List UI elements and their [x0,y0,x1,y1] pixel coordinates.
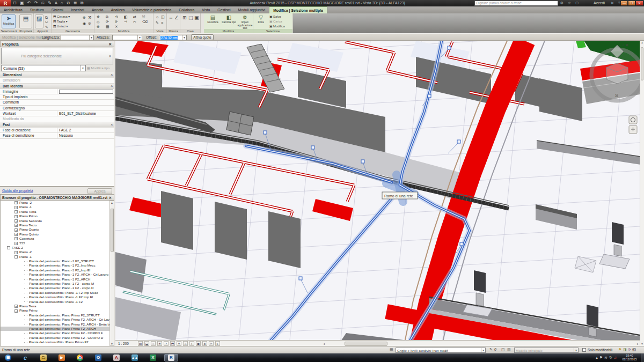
copy-icon[interactable]: ⧉ [106,14,108,19]
expand-icon[interactable]: + [14,215,18,218]
tree-item-pianta-del-pavimento-piano-primo-f2-arch[interactable]: Pianta del pavimento: Piano Primo F2_ARC… [1,327,109,331]
modify-tool-button[interactable]: ➤ Modifica [2,14,16,28]
tree-item-pianta-del-pavimento-piano-1-f2-corpo-m[interactable]: Pianta del pavimento: Piano -1 F2 - corp… [1,282,109,286]
show-desktop-button[interactable] [641,353,644,362]
ribbon-tab-modifica-selezione-multipla[interactable]: Modifica | Selezione multipla [269,6,327,13]
ribbon-tab-analizza[interactable]: Analizza [107,6,129,13]
reveal-hidden-icon[interactable]: ▣ [196,341,201,346]
tree-item-pianta-del-controsoffitto-piano-1-f2-imp[interactable]: Pianta del controsoffitto: Piano -1 F2 I… [1,295,109,299]
photo-viewer-icon[interactable]: ▲▲ [128,354,142,361]
close-button[interactable]: ✕ [635,1,643,6]
display-icon[interactable]: ≡ [161,20,163,25]
similar-icon[interactable]: ⬚ [188,16,193,20]
tree-item-piano-terzo[interactable]: +Piano Terzo [1,223,109,227]
tree-item-pianta-del-pavimento-piano-1-f2-arch[interactable]: Pianta del pavimento: Piano -1 F2_ARCH [1,277,109,282]
lightbulb-icon[interactable]: ☼ [156,14,159,19]
excel-icon[interactable]: X [146,354,160,361]
offset-icon[interactable]: ⇄ [133,14,136,19]
chevron-down-icon[interactable]: ▼ [481,348,485,352]
outlook-icon[interactable]: O [91,354,105,361]
tree-item-pianta-del-pavimento-piano-primo-f2-stru[interactable]: Pianta del pavimento: Piano Primo F2_STR… [1,313,109,317]
cut-icon[interactable]: ✂ [45,20,48,25]
tree-item-pianta-del-pavimento-piano-primo-f2-corp[interactable]: Pianta del pavimento: Piano Primo F2 - C… [1,336,109,340]
view-control-bar[interactable]: 1 : 200 ▤⬓☼☀◔⬒✦⌂◐▣◈✂▸ [115,340,322,346]
revit-icon[interactable]: R [164,354,178,361]
visual-style-icon[interactable]: ⬓ [144,341,149,346]
taskbar-clock[interactable]: 19:40 02/12/2015 [619,354,640,361]
rotate-icon[interactable]: ⟲ [115,14,118,19]
scale-icon[interactable]: ◇ [97,19,99,24]
scrollbar-thumb[interactable] [345,342,387,346]
height-combo[interactable]: ▼ [112,35,142,40]
revit-app-button[interactable]: R [0,0,11,6]
unlocked-view-icon[interactable]: ⌂ [183,341,188,346]
offset-combo[interactable]: 274.32 cm▼ [159,35,187,40]
tree-item-copertura[interactable]: +Copertura [1,237,109,241]
tree-item-piano-quinto[interactable]: +Piano Quinto [1,232,109,237]
geometry-item-taglia[interactable]: ⬒ Taglia ▾ [53,19,68,24]
value-input[interactable] [59,90,113,94]
cope-icon[interactable]: ⊕ [83,15,86,20]
geometry-item-cimasa[interactable]: ⬒ Cimasa ▾ [53,14,70,19]
chevron-down-icon[interactable]: ▼ [574,348,578,352]
mirror-icon[interactable]: ◧ [124,14,128,19]
assembly-icon[interactable]: ▣ [194,16,199,20]
linework-icon[interactable]: ✎ [156,20,159,25]
expand-icon[interactable]: + [14,228,18,232]
expand-icon[interactable]: + [14,251,18,254]
quick-access-toolbar[interactable]: ⊟ ▣ ↶ ↷ ⎌ ✎ A ⌂ ⊘ ≣ ⧉ [13,0,84,6]
tree-item-pianta-del-pavimento-piano-1-f2-imp-el[interactable]: Pianta del pavimento: Piano -1 F2_Imp El [1,268,109,272]
delete-icon[interactable]: ⌫ [142,19,148,24]
action-flag-icon[interactable]: ⚑ [599,356,604,359]
tree-item-pianta-del-pavimento-piano-primo-f2-arch[interactable]: Pianta del pavimento: Piano Primo F2_ARC… [1,322,109,327]
temporary-hide-icon[interactable]: ◐ [189,341,194,346]
editing-requests-icon[interactable]: ✎ [489,348,493,352]
group-icon[interactable]: ⊞ [182,16,187,20]
panel-label-seleziona[interactable]: Seleziona ▾ [0,29,18,33]
explorer-folder-icon[interactable]: 🗀 [36,354,50,361]
split-icon[interactable]: ⊣ [124,19,127,24]
vertical-scrollbar[interactable]: ▲ ▼ [640,41,644,346]
horizontal-scrollbar[interactable]: ◂ ▸ [322,340,640,346]
tree-item-pianta-del-pavimento-piano-primo-f2-arch[interactable]: Pianta del pavimento: Piano Primo F2_ARC… [1,317,109,322]
expand-icon[interactable]: + [14,242,18,245]
apply-button[interactable]: Applica [87,188,112,194]
network-icon[interactable]: ≋ [604,356,609,359]
group-icon[interactable]: ▦ [106,24,109,29]
tree-item-pianta-del-controsoffitto-piano-primo-f2[interactable]: Pianta del controsoffitto: Piano Primo F… [1,340,109,344]
property-section-dati-identit-[interactable]: Dati identità˄ [0,84,114,89]
collapse-icon[interactable]: − [14,255,18,258]
tree-item-piano-primo[interactable]: +Piano Primo [1,214,109,218]
signin-button[interactable]: Accedi [594,0,605,6]
tree-item-piano-terra[interactable]: +Piano Terra [1,210,109,214]
ribbon-tab-gestisci[interactable]: Gestisci [214,6,234,13]
hide-icon[interactable]: ◫ [161,14,165,19]
ribbon-tab-architettura[interactable]: Architettura [0,6,26,13]
property-section-dimensioni[interactable]: Dimensioni˄ [0,72,114,78]
media-player-icon[interactable]: ▶ [55,354,69,361]
cloud-icon[interactable]: ◨ [623,348,627,352]
close-icon[interactable]: ✕ [108,195,112,201]
ribbon-tab-struttura[interactable]: Struttura [26,6,48,13]
options-icon[interactable]: ▥ [507,348,511,352]
collapse-icon[interactable]: ˄ [111,122,113,128]
system-tray[interactable]: ▴⚑≋↻♫ [596,354,618,361]
ribbon-tab-annota[interactable]: Annota [88,6,107,13]
paint-icon[interactable]: ◉ [83,21,86,26]
properties-help-link[interactable]: Guida alle proprietà [2,189,33,193]
chevron-down-icon[interactable]: ▼ [89,35,93,40]
expand-icon[interactable]: + [14,233,18,236]
selection-modifica-button[interactable]: ▣ Modifica [269,24,285,29]
ribbon-tab-moduli-aggiuntivi[interactable]: Moduli aggiuntivi [235,6,269,13]
collapse-icon[interactable]: ˄ [111,84,113,89]
trim-icon[interactable]: ⊪ [115,19,118,24]
edit-type-button[interactable]: ▦ Modifica tipo [87,65,113,71]
property-value[interactable]: Nessuno [57,133,113,138]
tree-item-pianta-del-controsoffitto-piano-1-f2-imp[interactable]: Pianta del controsoffitto: Piano -1 F2 I… [1,291,109,295]
offset-value[interactable]: 274.32 cm [160,36,178,40]
tree-item-piano-primo[interactable]: −Piano Primo [1,308,109,313]
tree-item-pianta-del-controsoffitto-piano-1-f2[interactable]: Pianta del controsoffitto: Piano -1 F2 [1,300,109,304]
filter-button[interactable]: ▽ Filtra [254,14,267,29]
ribbon-tab-vista[interactable]: Vista [198,6,214,13]
scrollbar-thumb[interactable] [111,209,114,252]
